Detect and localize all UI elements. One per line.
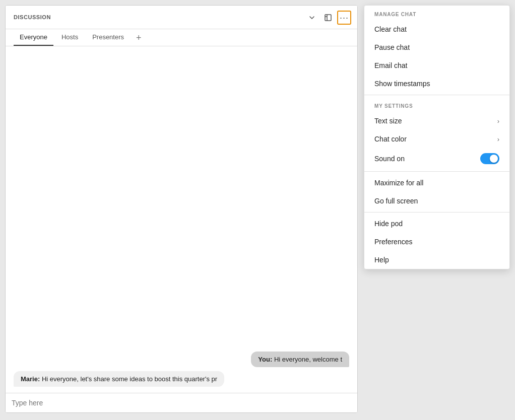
menu-item-help[interactable]: Help — [364, 251, 509, 269]
chevron-right-icon: › — [497, 117, 499, 125]
menu-item-clear-chat[interactable]: Clear chat — [364, 20, 509, 38]
menu-item-email-chat[interactable]: Email chat — [364, 56, 509, 75]
menu-item-sound-on[interactable]: Sound on — [364, 148, 509, 169]
message-you-sender: You: — [258, 356, 272, 363]
tab-presenters[interactable]: Presenters — [86, 29, 130, 46]
popout-button[interactable] — [321, 11, 335, 25]
add-tab-button[interactable]: + — [132, 30, 146, 45]
toggle-slider — [480, 153, 499, 164]
header-icons: ··· — [305, 11, 351, 29]
my-settings-label: MY SETTINGS — [364, 97, 509, 112]
chat-panel: DISCUSSION ··· Everyone Hosts Presenters… — [5, 5, 358, 413]
sound-toggle[interactable] — [480, 153, 499, 164]
message-other-sender: Marie: — [21, 375, 40, 383]
dropdown-arrow-button[interactable] — [305, 11, 319, 25]
chat-header: DISCUSSION ··· — [6, 6, 357, 29]
manage-chat-label: MANAGE CHAT — [364, 6, 509, 20]
more-options-button[interactable]: ··· — [337, 11, 351, 25]
menu-item-chat-color[interactable]: Chat color › — [364, 130, 509, 148]
tab-everyone[interactable]: Everyone — [14, 29, 53, 46]
panel-title: DISCUSSION — [14, 14, 51, 25]
message-other: Marie: Hi everyone, let's share some ide… — [14, 371, 224, 387]
menu-item-preferences[interactable]: Preferences — [364, 233, 509, 251]
divider-3 — [364, 212, 509, 213]
svg-rect-0 — [325, 15, 331, 21]
divider-1 — [364, 95, 509, 95]
chevron-right-icon-2: › — [497, 135, 499, 143]
menu-item-maximize-for-all[interactable]: Maximize for all — [364, 174, 509, 192]
menu-item-pause-chat[interactable]: Pause chat — [364, 38, 509, 56]
chat-input[interactable] — [12, 399, 351, 407]
message-other-text: Hi everyone, let's share some ideas to b… — [40, 375, 217, 383]
chat-body: You: Hi everyone, welcome t Marie: Hi ev… — [6, 46, 357, 393]
message-you-text: Hi everyone, welcome t — [272, 356, 342, 363]
tab-hosts[interactable]: Hosts — [55, 29, 84, 46]
message-you: You: Hi everyone, welcome t — [251, 352, 349, 367]
dropdown-menu: MANAGE CHAT Clear chat Pause chat Email … — [364, 5, 510, 269]
menu-item-text-size[interactable]: Text size › — [364, 112, 509, 130]
tabs-bar: Everyone Hosts Presenters + — [6, 29, 357, 46]
menu-item-show-timestamps[interactable]: Show timestamps — [364, 75, 509, 93]
menu-item-go-full-screen[interactable]: Go full screen — [364, 192, 509, 210]
chat-input-area — [6, 393, 357, 412]
menu-item-hide-pod[interactable]: Hide pod — [364, 215, 509, 233]
divider-2 — [364, 171, 509, 172]
